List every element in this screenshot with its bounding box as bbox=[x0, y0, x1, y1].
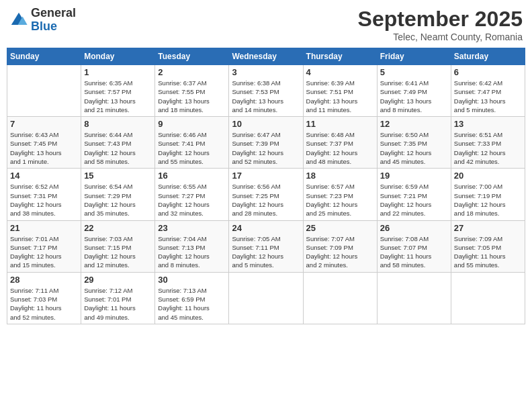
day-info: Sunrise: 7:01 AM Sunset: 7:17 PM Dayligh… bbox=[10, 234, 78, 270]
day-info: Sunrise: 6:35 AM Sunset: 7:57 PM Dayligh… bbox=[84, 79, 152, 114]
day-number: 3 bbox=[232, 67, 300, 77]
day-number: 29 bbox=[84, 275, 152, 285]
calendar-cell: 11Sunrise: 6:48 AM Sunset: 7:37 PM Dayli… bbox=[303, 117, 377, 169]
day-info: Sunrise: 7:07 AM Sunset: 7:09 PM Dayligh… bbox=[306, 234, 374, 270]
day-number: 23 bbox=[158, 223, 226, 233]
day-info: Sunrise: 6:38 AM Sunset: 7:53 PM Dayligh… bbox=[232, 79, 300, 114]
day-number: 25 bbox=[306, 223, 374, 233]
calendar-header-row: SundayMondayTuesdayWednesdayThursdayFrid… bbox=[7, 48, 525, 65]
logo-general: General bbox=[31, 6, 76, 19]
calendar-cell: 30Sunrise: 7:13 AM Sunset: 6:59 PM Dayli… bbox=[155, 272, 229, 324]
title-block: September 2025 Telec, Neamt County, Roma… bbox=[358, 7, 523, 42]
day-info: Sunrise: 6:42 AM Sunset: 7:47 PM Dayligh… bbox=[454, 79, 522, 114]
day-number: 28 bbox=[10, 275, 78, 285]
calendar-week-row: 28Sunrise: 7:11 AM Sunset: 7:03 PM Dayli… bbox=[7, 272, 525, 324]
day-info: Sunrise: 7:00 AM Sunset: 7:19 PM Dayligh… bbox=[454, 182, 522, 218]
day-info: Sunrise: 6:44 AM Sunset: 7:43 PM Dayligh… bbox=[84, 130, 152, 166]
calendar-cell: 23Sunrise: 7:04 AM Sunset: 7:13 PM Dayli… bbox=[155, 220, 229, 272]
logo-blue: Blue bbox=[31, 19, 57, 33]
calendar-cell bbox=[377, 272, 451, 324]
day-number: 11 bbox=[306, 119, 374, 129]
day-info: Sunrise: 6:57 AM Sunset: 7:23 PM Dayligh… bbox=[306, 182, 374, 218]
day-number: 5 bbox=[380, 67, 448, 77]
day-of-week-header: Sunday bbox=[7, 48, 81, 65]
day-number: 14 bbox=[10, 171, 78, 181]
day-info: Sunrise: 6:39 AM Sunset: 7:51 PM Dayligh… bbox=[306, 79, 374, 114]
day-info: Sunrise: 6:52 AM Sunset: 7:31 PM Dayligh… bbox=[10, 182, 78, 218]
day-number: 1 bbox=[84, 67, 152, 77]
calendar-table: SundayMondayTuesdayWednesdayThursdayFrid… bbox=[7, 48, 525, 324]
day-info: Sunrise: 6:46 AM Sunset: 7:41 PM Dayligh… bbox=[158, 130, 226, 166]
day-of-week-header: Saturday bbox=[451, 48, 525, 65]
day-of-week-header: Monday bbox=[81, 48, 155, 65]
calendar-cell: 6Sunrise: 6:42 AM Sunset: 7:47 PM Daylig… bbox=[451, 65, 525, 117]
calendar-cell: 4Sunrise: 6:39 AM Sunset: 7:51 PM Daylig… bbox=[303, 65, 377, 117]
calendar-cell: 19Sunrise: 6:59 AM Sunset: 7:21 PM Dayli… bbox=[377, 169, 451, 220]
location-subtitle: Telec, Neamt County, Romania bbox=[358, 32, 523, 42]
calendar-cell bbox=[229, 272, 303, 324]
month-title: September 2025 bbox=[358, 7, 523, 32]
day-number: 16 bbox=[158, 171, 226, 181]
calendar-cell: 22Sunrise: 7:03 AM Sunset: 7:15 PM Dayli… bbox=[81, 220, 155, 272]
calendar-cell: 2Sunrise: 6:37 AM Sunset: 7:55 PM Daylig… bbox=[155, 65, 229, 117]
day-number: 8 bbox=[84, 119, 152, 129]
day-info: Sunrise: 7:11 AM Sunset: 7:03 PM Dayligh… bbox=[10, 286, 78, 322]
calendar-cell: 24Sunrise: 7:05 AM Sunset: 7:11 PM Dayli… bbox=[229, 220, 303, 272]
calendar-cell: 20Sunrise: 7:00 AM Sunset: 7:19 PM Dayli… bbox=[451, 169, 525, 220]
day-info: Sunrise: 7:05 AM Sunset: 7:11 PM Dayligh… bbox=[232, 234, 300, 270]
calendar-cell: 1Sunrise: 6:35 AM Sunset: 7:57 PM Daylig… bbox=[81, 65, 155, 117]
calendar-cell: 3Sunrise: 6:38 AM Sunset: 7:53 PM Daylig… bbox=[229, 65, 303, 117]
day-info: Sunrise: 7:12 AM Sunset: 7:01 PM Dayligh… bbox=[84, 286, 152, 322]
calendar-cell: 26Sunrise: 7:08 AM Sunset: 7:07 PM Dayli… bbox=[377, 220, 451, 272]
day-info: Sunrise: 7:03 AM Sunset: 7:15 PM Dayligh… bbox=[84, 234, 152, 270]
calendar-cell: 10Sunrise: 6:47 AM Sunset: 7:39 PM Dayli… bbox=[229, 117, 303, 169]
day-of-week-header: Tuesday bbox=[155, 48, 229, 65]
page-header: General Blue September 2025 Telec, Neamt… bbox=[7, 7, 525, 42]
day-of-week-header: Wednesday bbox=[229, 48, 303, 65]
day-number: 13 bbox=[454, 119, 522, 129]
day-number: 21 bbox=[10, 223, 78, 233]
day-number: 6 bbox=[454, 67, 522, 77]
calendar-week-row: 21Sunrise: 7:01 AM Sunset: 7:17 PM Dayli… bbox=[7, 220, 525, 272]
day-info: Sunrise: 7:04 AM Sunset: 7:13 PM Dayligh… bbox=[158, 234, 226, 270]
day-number: 10 bbox=[232, 119, 300, 129]
day-number: 4 bbox=[306, 67, 374, 77]
day-number: 17 bbox=[232, 171, 300, 181]
day-info: Sunrise: 7:08 AM Sunset: 7:07 PM Dayligh… bbox=[380, 234, 448, 270]
day-number: 12 bbox=[380, 119, 448, 129]
day-info: Sunrise: 6:47 AM Sunset: 7:39 PM Dayligh… bbox=[232, 130, 300, 166]
day-info: Sunrise: 6:50 AM Sunset: 7:35 PM Dayligh… bbox=[380, 130, 448, 166]
calendar-cell: 14Sunrise: 6:52 AM Sunset: 7:31 PM Dayli… bbox=[7, 169, 81, 220]
calendar-cell: 15Sunrise: 6:54 AM Sunset: 7:29 PM Dayli… bbox=[81, 169, 155, 220]
calendar-week-row: 1Sunrise: 6:35 AM Sunset: 7:57 PM Daylig… bbox=[7, 65, 525, 117]
calendar-cell: 27Sunrise: 7:09 AM Sunset: 7:05 PM Dayli… bbox=[451, 220, 525, 272]
day-info: Sunrise: 6:43 AM Sunset: 7:45 PM Dayligh… bbox=[10, 130, 78, 166]
day-number: 7 bbox=[10, 119, 78, 129]
calendar-cell: 13Sunrise: 6:51 AM Sunset: 7:33 PM Dayli… bbox=[451, 117, 525, 169]
calendar-cell: 28Sunrise: 7:11 AM Sunset: 7:03 PM Dayli… bbox=[7, 272, 81, 324]
calendar-cell: 5Sunrise: 6:41 AM Sunset: 7:49 PM Daylig… bbox=[377, 65, 451, 117]
day-number: 22 bbox=[84, 223, 152, 233]
day-info: Sunrise: 6:55 AM Sunset: 7:27 PM Dayligh… bbox=[158, 182, 226, 218]
day-info: Sunrise: 6:59 AM Sunset: 7:21 PM Dayligh… bbox=[380, 182, 448, 218]
calendar-cell bbox=[303, 272, 377, 324]
day-of-week-header: Friday bbox=[377, 48, 451, 65]
day-info: Sunrise: 7:13 AM Sunset: 6:59 PM Dayligh… bbox=[158, 286, 226, 322]
logo-icon bbox=[9, 11, 28, 30]
day-number: 15 bbox=[84, 171, 152, 181]
day-of-week-header: Thursday bbox=[303, 48, 377, 65]
day-info: Sunrise: 6:51 AM Sunset: 7:33 PM Dayligh… bbox=[454, 130, 522, 166]
logo-text: General Blue bbox=[31, 7, 76, 34]
logo: General Blue bbox=[9, 7, 76, 34]
day-number: 18 bbox=[306, 171, 374, 181]
calendar-cell: 9Sunrise: 6:46 AM Sunset: 7:41 PM Daylig… bbox=[155, 117, 229, 169]
calendar-cell bbox=[451, 272, 525, 324]
day-info: Sunrise: 6:41 AM Sunset: 7:49 PM Dayligh… bbox=[380, 79, 448, 114]
day-number: 30 bbox=[158, 275, 226, 285]
day-number: 19 bbox=[380, 171, 448, 181]
day-info: Sunrise: 6:54 AM Sunset: 7:29 PM Dayligh… bbox=[84, 182, 152, 218]
calendar-cell bbox=[7, 65, 81, 117]
calendar-cell: 12Sunrise: 6:50 AM Sunset: 7:35 PM Dayli… bbox=[377, 117, 451, 169]
day-info: Sunrise: 6:48 AM Sunset: 7:37 PM Dayligh… bbox=[306, 130, 374, 166]
day-info: Sunrise: 6:56 AM Sunset: 7:25 PM Dayligh… bbox=[232, 182, 300, 218]
